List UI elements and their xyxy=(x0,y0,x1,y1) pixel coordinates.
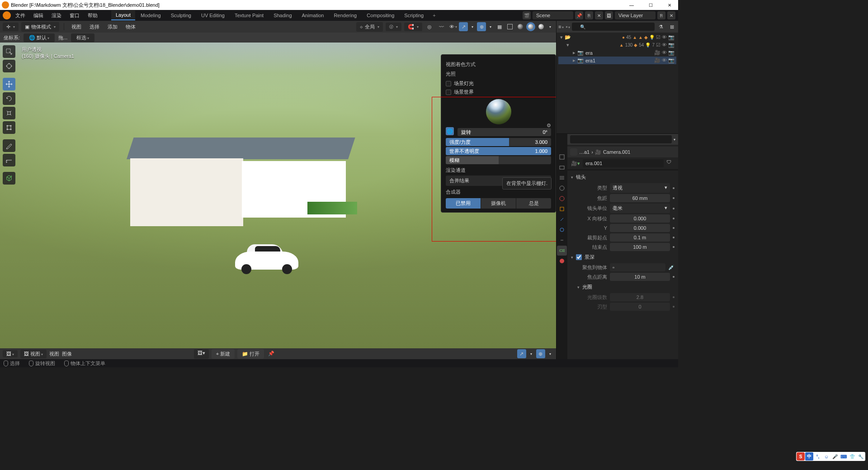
image-open-button[interactable]: 📁 打开 xyxy=(237,349,264,359)
viewlayer-name-field[interactable]: View Layer xyxy=(615,11,656,19)
blur-slider[interactable]: 模糊 xyxy=(446,156,551,164)
menu-help[interactable]: 帮助 xyxy=(84,11,101,20)
xray-toggle[interactable]: ▦ xyxy=(495,22,504,31)
focus-distance-input[interactable]: 10 m xyxy=(610,273,670,281)
pin-icon[interactable]: 📌 xyxy=(575,11,583,19)
outliner-filter-button[interactable]: ⚗ xyxy=(656,22,665,31)
viewlayer-browse-icon[interactable]: 🖼 xyxy=(605,11,613,19)
visibility-dropdown[interactable]: 👁 xyxy=(448,22,458,31)
image-overlay-dd[interactable]: ▾ xyxy=(547,349,553,358)
delete-viewlayer-icon[interactable]: ✕ xyxy=(667,11,675,19)
camera-name-input[interactable]: era.001 xyxy=(583,159,664,167)
menu-file[interactable]: 文件 xyxy=(12,11,29,20)
workspace-layout[interactable]: Layout xyxy=(111,10,135,20)
focal-length-input[interactable]: 60 mm xyxy=(610,194,670,202)
pivot-dropdown[interactable]: ⦾ xyxy=(386,23,401,31)
tool-cursor[interactable] xyxy=(3,60,15,72)
shading-options-dropdown[interactable]: ▾ xyxy=(547,22,553,31)
tool-add-cube[interactable]: + xyxy=(3,172,15,185)
dof-panel-header[interactable]: ▾ 景深 xyxy=(571,252,675,262)
ptab-modifier[interactable] xyxy=(557,214,567,224)
select-mode-dropdown[interactable]: 框选 xyxy=(71,33,94,42)
menu-window[interactable]: 窗口 xyxy=(66,11,83,20)
dyn-topo-button[interactable]: 〰 xyxy=(437,22,446,31)
close-button[interactable]: ✕ xyxy=(663,3,676,8)
outliner-scene-collection-row[interactable]: ▾📂 ●45 ▲▲ ◆💡 ☑👁📷 xyxy=(558,33,676,41)
shading-wireframe[interactable] xyxy=(505,22,514,31)
workspace-scripting[interactable]: Scripting xyxy=(400,11,428,20)
lens-unit-dropdown[interactable]: 毫米▾ xyxy=(610,204,670,213)
focus-object-picker[interactable]: ▫ xyxy=(610,263,665,271)
viewport-menu-select[interactable]: 选择 xyxy=(87,22,102,32)
tool-transform[interactable] xyxy=(3,121,15,134)
overlay-toggle[interactable]: ⊕ xyxy=(477,22,486,31)
ptab-viewlayer[interactable] xyxy=(557,173,567,183)
lens-panel-header[interactable]: ▾镜头 xyxy=(571,172,675,182)
object-icon[interactable] xyxy=(570,148,577,156)
image-browse-dropdown[interactable]: 🖼▾ xyxy=(194,349,209,359)
shift-x-input[interactable]: 0.000 xyxy=(610,214,670,223)
clip-start-input[interactable]: 0.1 m xyxy=(610,233,670,242)
fstop-input[interactable]: 2.8 xyxy=(610,293,670,301)
shading-material[interactable] xyxy=(526,22,535,31)
image-gizmo-dd[interactable]: ▾ xyxy=(528,349,534,358)
aperture-panel-header[interactable]: ▾光圈 xyxy=(571,282,675,292)
scene-name-field[interactable]: Scene xyxy=(533,11,573,19)
ptab-constraint[interactable] xyxy=(557,235,567,245)
proportional-edit-button[interactable]: ◎ xyxy=(425,22,434,31)
snap-dropdown[interactable]: 🧲 xyxy=(404,23,422,31)
ptab-world[interactable] xyxy=(557,194,567,204)
fake-user-icon[interactable]: 🛡 xyxy=(666,159,675,167)
ptab-material[interactable] xyxy=(557,256,567,266)
shading-solid[interactable] xyxy=(516,22,525,31)
ptab-render[interactable] xyxy=(557,152,567,162)
image-menu-view[interactable]: 视图 xyxy=(49,351,59,357)
image-pin-icon[interactable]: 📌 xyxy=(267,349,276,358)
gizmo-toggle[interactable]: ↗ xyxy=(459,22,468,31)
world-opacity-slider[interactable]: 世界不透明度 1.000 xyxy=(446,147,551,155)
orientation-dropdown[interactable]: ⟐ 全局 xyxy=(356,22,383,32)
workspace-rendering[interactable]: Rendering xyxy=(329,11,361,20)
workspace-texture[interactable]: Texture Paint xyxy=(230,11,268,20)
workspace-add-button[interactable]: + xyxy=(429,11,439,20)
compositor-camera-button[interactable]: 摄像机 xyxy=(481,198,516,209)
image-menu-image[interactable]: 图像 xyxy=(62,351,72,357)
hdri-preview-sphere[interactable] xyxy=(486,99,511,124)
menu-render[interactable]: 渲染 xyxy=(48,11,65,20)
new-scene-icon[interactable]: ⎘ xyxy=(585,11,593,19)
workspace-shading[interactable]: Shading xyxy=(269,11,296,20)
outliner-item-era1[interactable]: ▸📷era1 🎥👁📷 xyxy=(558,57,676,64)
ptab-scene[interactable] xyxy=(557,183,567,193)
tool-measure[interactable] xyxy=(3,154,15,166)
dof-enable-checkbox[interactable] xyxy=(576,254,582,260)
scene-browse-icon[interactable]: 🎬 xyxy=(523,11,531,19)
outliner-view-dropdown[interactable]: ▫ xyxy=(566,24,570,29)
outliner-search-input[interactable]: 🔍 xyxy=(572,23,655,31)
overlay-dropdown[interactable]: ▾ xyxy=(487,22,494,31)
blender-icon[interactable] xyxy=(3,11,11,19)
crumb-camera[interactable]: Camera.001 xyxy=(603,149,631,155)
eyedropper-icon[interactable]: 💉 xyxy=(668,265,675,271)
shift-y-input[interactable]: 0.000 xyxy=(610,224,670,232)
new-viewlayer-icon[interactable]: ⎘ xyxy=(657,11,665,19)
shading-rendered[interactable] xyxy=(537,22,546,31)
orient-sys-dropdown[interactable]: 🌐 默认 xyxy=(24,33,55,42)
delete-scene-icon[interactable]: ✕ xyxy=(595,11,603,19)
ptab-output[interactable] xyxy=(557,162,567,172)
gizmo-dropdown[interactable]: ▾ xyxy=(469,22,476,31)
clip-end-input[interactable]: 100 m xyxy=(610,243,670,251)
image-new-button[interactable]: + 新建 xyxy=(212,349,235,359)
workspace-animation[interactable]: Animation xyxy=(297,11,329,20)
tool-scale[interactable] xyxy=(3,107,15,119)
lens-type-dropdown[interactable]: 透视▾ xyxy=(610,183,670,193)
workspace-sculpting[interactable]: Sculpting xyxy=(166,11,196,20)
workspace-compositing[interactable]: Compositing xyxy=(362,11,399,20)
blades-input[interactable]: 0 xyxy=(610,303,670,311)
tool-annotate[interactable] xyxy=(3,139,15,152)
ptab-data-camera[interactable] xyxy=(557,246,567,256)
menu-edit[interactable]: 编辑 xyxy=(30,11,47,20)
world-icon[interactable]: 🌐 xyxy=(446,127,454,135)
properties-search-input[interactable] xyxy=(570,135,672,143)
image-mode-dropdown[interactable]: 🖼 视图 xyxy=(20,350,47,358)
scene-world-checkbox[interactable]: 场景世界 xyxy=(446,88,551,96)
